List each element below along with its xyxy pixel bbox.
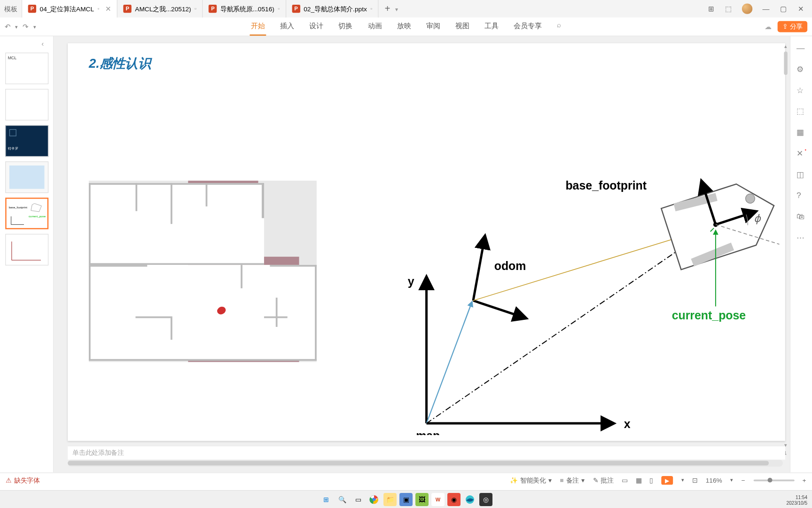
cube-icon[interactable]: ⬚ xyxy=(725,5,733,13)
minimize-icon[interactable]: — xyxy=(762,5,770,13)
zoom-out-icon[interactable]: − xyxy=(742,476,745,484)
explorer-icon[interactable]: 📁 xyxy=(383,493,397,506)
slide-thumbnail-5[interactable]: base_footprint current_pose xyxy=(5,198,48,229)
play-dropdown-icon[interactable]: ▾ xyxy=(681,477,684,483)
windows-taskbar: ⊞ 🔍 ▭ 📁 ▣ 🖼 W ◉ ◎ 11:54 2023/10/5 xyxy=(0,490,812,508)
notes-pane[interactable]: 单击此处添加备注 xyxy=(68,445,785,460)
menu-design[interactable]: 设计 xyxy=(308,17,325,36)
templates-button[interactable]: 模板 xyxy=(0,0,22,17)
document-tab-1[interactable]: P AMCL之我...20512) ▫ xyxy=(117,0,203,17)
document-tab-2[interactable]: P 导航系统原...0516) ▫ xyxy=(203,0,286,17)
rail-star-icon[interactable]: ☆ xyxy=(796,86,806,95)
hscroll-thumb[interactable] xyxy=(68,461,768,466)
notes-toggle[interactable]: ≡ 备注 ▾ xyxy=(560,476,585,484)
task-view-icon[interactable]: ▭ xyxy=(351,493,365,506)
menu-tools[interactable]: 工具 xyxy=(484,17,500,36)
current-pose-label: current_pose xyxy=(672,309,746,322)
zoom-dropdown-icon[interactable]: ▾ xyxy=(730,477,733,483)
slide-thumbnail-2[interactable] xyxy=(5,89,48,120)
rail-cart-icon[interactable]: 🛍 xyxy=(796,212,806,221)
slide-editor[interactable]: 2.感性认识 xyxy=(54,36,789,472)
menu-view[interactable]: 视图 xyxy=(454,17,471,36)
ppt-icon: P xyxy=(209,5,217,13)
menu-animation[interactable]: 动画 xyxy=(367,17,383,36)
wps-icon[interactable]: W xyxy=(431,493,445,506)
close-window-icon[interactable]: ✕ xyxy=(797,5,805,13)
scroll-up-icon[interactable]: ▴ xyxy=(781,43,789,50)
rail-tools-icon[interactable]: ✕ xyxy=(796,149,806,158)
svg-line-9 xyxy=(473,236,485,301)
play-button[interactable]: ▶ xyxy=(661,476,673,484)
rail-settings-icon[interactable]: ⚙ xyxy=(796,64,806,74)
view-reading-icon[interactable]: ▯ xyxy=(649,476,653,484)
menu-insert[interactable]: 插入 xyxy=(279,17,296,36)
document-tab-3[interactable]: P 02_导航总体简介.pptx ▫ xyxy=(286,0,379,17)
taskbar-search-icon[interactable]: 🔍 xyxy=(336,493,349,506)
tab-dropdown-icon[interactable]: ▫ xyxy=(98,6,100,11)
phi-label: ϕ xyxy=(754,213,761,224)
tab-dropdown-icon[interactable]: ▫ xyxy=(195,6,196,11)
share-button[interactable]: ⇪ 分享 xyxy=(778,21,807,32)
horizontal-scrollbar[interactable] xyxy=(68,460,783,467)
menu-review[interactable]: 审阅 xyxy=(425,17,441,36)
redo-icon[interactable]: ↷ xyxy=(23,23,28,31)
menu-transition[interactable]: 切换 xyxy=(337,17,354,36)
undo-icon[interactable]: ↶ xyxy=(5,23,10,31)
slide-thumbnail-3[interactable]: 特卡罗 xyxy=(5,125,48,157)
tab-label: AMCL之我...20512) xyxy=(135,4,191,13)
tab-dropdown-icon[interactable]: ▫ xyxy=(278,6,280,11)
rail-shape-icon[interactable]: ⬚ xyxy=(796,106,806,116)
tab-label: 04_定位算法AMCL xyxy=(40,4,94,13)
warning-icon: ⚠ xyxy=(6,476,11,484)
rail-help-icon[interactable]: ? xyxy=(796,190,806,200)
chrome-icon[interactable] xyxy=(367,493,381,506)
zoom-in-icon[interactable]: + xyxy=(803,476,806,484)
avatar[interactable] xyxy=(742,3,752,14)
view-normal-icon[interactable]: ▭ xyxy=(622,476,627,484)
clock-time: 11:54 xyxy=(787,495,808,500)
slide-thumbnail-1[interactable]: MCL xyxy=(5,53,48,84)
search-icon[interactable]: ⌕ xyxy=(556,17,562,36)
obs-icon[interactable]: ◎ xyxy=(479,493,492,506)
menu-bar: 开始 插入 设计 切换 动画 放映 审阅 视图 工具 会员专享 ⌕ xyxy=(250,17,562,36)
new-tab-button[interactable]: + xyxy=(379,3,396,14)
device-icon[interactable]: ⊞ xyxy=(707,5,715,13)
close-icon[interactable]: ✕ xyxy=(105,5,111,13)
comments-toggle[interactable]: ✎ 批注 xyxy=(593,476,614,484)
edge-icon[interactable] xyxy=(463,493,476,506)
app-icon-2[interactable]: 🖼 xyxy=(415,493,429,506)
rail-minus-icon[interactable]: — xyxy=(796,43,806,53)
start-icon[interactable]: ⊞ xyxy=(320,493,333,506)
vertical-scrollbar[interactable]: ▴ ▾ ⤓ xyxy=(781,43,789,457)
zoom-level[interactable]: 116% xyxy=(706,476,722,484)
share-icon: ⇪ xyxy=(782,23,788,30)
system-clock[interactable]: 11:54 2023/10/5 xyxy=(787,495,808,506)
menu-slideshow[interactable]: 放映 xyxy=(396,17,412,36)
app-icon-3[interactable]: ◉ xyxy=(447,493,461,506)
zoom-slider[interactable] xyxy=(753,479,794,481)
cloud-icon[interactable]: ☁ xyxy=(765,23,772,31)
menu-start[interactable]: 开始 xyxy=(250,17,266,36)
magic-icon: ✨ xyxy=(510,476,518,484)
beautify-button[interactable]: ✨ 智能美化 ▾ xyxy=(510,476,552,484)
scroll-thumb[interactable] xyxy=(784,51,787,75)
rail-image-icon[interactable]: ▦ xyxy=(796,127,806,137)
quick-dropdown-icon[interactable]: ▾ xyxy=(33,24,36,29)
collapse-thumbnails-icon[interactable]: ‹ xyxy=(41,40,49,48)
slide-canvas[interactable]: 2.感性认识 xyxy=(68,43,785,441)
tab-dropdown-icon[interactable]: ▫ xyxy=(370,6,372,11)
rail-more-icon[interactable]: ⋯ xyxy=(796,233,806,242)
fit-icon[interactable]: ⊡ xyxy=(692,476,697,484)
maximize-icon[interactable]: ▢ xyxy=(779,5,787,13)
view-sorter-icon[interactable]: ▦ xyxy=(636,476,641,484)
new-tab-dropdown[interactable]: ▾ xyxy=(395,6,398,12)
missing-font-warning[interactable]: ⚠ 缺失字体 xyxy=(6,476,39,484)
rail-crop-icon[interactable]: ◫ xyxy=(796,170,806,179)
ppt-icon: P xyxy=(28,5,36,13)
app-icon-1[interactable]: ▣ xyxy=(399,493,413,506)
undo-dropdown-icon[interactable]: ▾ xyxy=(15,24,18,29)
document-tab-0[interactable]: P 04_定位算法AMCL ▫ ✕ xyxy=(22,0,117,17)
menu-vip[interactable]: 会员专享 xyxy=(513,17,543,36)
slide-thumbnail-6[interactable] xyxy=(5,234,48,265)
slide-thumbnail-4[interactable] xyxy=(5,161,48,193)
